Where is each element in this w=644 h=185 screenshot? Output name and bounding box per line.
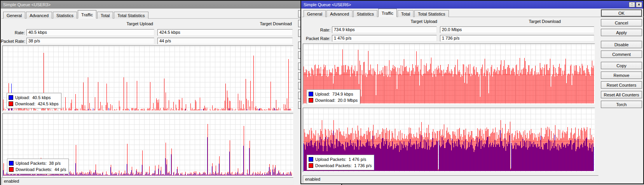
rate-upload-field[interactable]: 40.5 kbps: [26, 29, 154, 36]
packet-graph-legend: Upload Packets: 38 p/s Download Packets:…: [7, 159, 69, 174]
packet-graph: Upload Packets: 1 476 p/s Download Packe…: [303, 108, 595, 172]
legend-download-row: Download: 424.5 kbps: [9, 101, 59, 107]
legend-upload-row: Upload: 734.9 kbps: [309, 91, 358, 97]
apply-button[interactable]: Apply: [601, 29, 642, 36]
rate-download-field[interactable]: 424.5 kbps: [157, 29, 293, 36]
packet-graph-legend: Upload Packets: 1 476 p/s Download Packe…: [307, 155, 374, 170]
legend-upload-row: Upload: 40.5 kbps: [9, 94, 59, 101]
tab-traffic[interactable]: Traffic: [78, 10, 96, 19]
reset-all-counters-button[interactable]: Reset All Counters: [601, 91, 642, 98]
packet-rate-upload-field[interactable]: 1 476 p/s: [332, 35, 437, 42]
target-upload-label: Target Upload: [79, 21, 153, 26]
tab-general[interactable]: General: [3, 12, 25, 19]
rate-label: Rate:: [1, 30, 25, 35]
legend-download-row: Download: 20.0 Mbps: [309, 97, 358, 103]
target-download-label: Target Download: [215, 21, 292, 26]
status-text: enabled: [4, 179, 19, 183]
status-text: enabled: [305, 177, 320, 182]
titlebar[interactable]: Simple Queue <USER6> □ ✕: [301, 1, 643, 9]
target-upload-label: Target Upload: [363, 19, 437, 24]
titlebar[interactable]: Simple Queue <USER3>: [1, 1, 341, 9]
upload-color-swatch: [309, 92, 313, 96]
packet-rate-label: Packet Rate:: [1, 39, 25, 44]
tab-total[interactable]: Total: [398, 10, 414, 17]
packet-rate-upload-field[interactable]: 38 p/s: [26, 38, 154, 44]
upload-color-swatch: [309, 157, 313, 162]
download-color-swatch: [9, 101, 13, 106]
download-color-swatch: [309, 163, 313, 168]
target-download-label: Target Download: [487, 19, 561, 24]
tab-bar: General Advanced Statistics Traffic Tota…: [304, 9, 450, 17]
window-title: Simple Queue <USER3>: [3, 2, 51, 7]
download-color-swatch: [9, 167, 14, 172]
tab-advanced[interactable]: Advanced: [26, 12, 52, 19]
packet-rate-label: Packet Rate:: [301, 36, 330, 41]
tab-general[interactable]: General: [304, 10, 326, 17]
cancel-button[interactable]: Cancel: [601, 19, 642, 26]
tab-total[interactable]: Total: [97, 12, 113, 19]
upload-color-swatch: [9, 95, 13, 100]
rate-label: Rate:: [301, 28, 330, 32]
screen: Simple Queue <USER3> General Advanced St…: [0, 0, 644, 185]
window-simple-queue-user3: Simple Queue <USER3> General Advanced St…: [0, 0, 342, 185]
tab-statistics[interactable]: Statistics: [353, 10, 377, 17]
rate-graph: Upload: 40.5 kbps Download: 424.5 kbps: [2, 45, 293, 112]
packet-graph: Upload Packets: 38 p/s Download Packets:…: [2, 113, 293, 177]
tab-bar: General Advanced Statistics Traffic Tota…: [3, 10, 149, 19]
window-simple-queue-user6: Simple Queue <USER6> □ ✕ General Advance…: [300, 0, 644, 184]
maximize-button[interactable]: □: [629, 2, 635, 7]
close-button[interactable]: ✕: [636, 2, 642, 7]
legend-download-packets-row: Download Packets: 1 736 p/s: [309, 162, 372, 169]
copy-button[interactable]: Copy: [601, 62, 642, 69]
status-bar: enabled: [303, 175, 599, 183]
status-bar: enabled: [2, 177, 293, 185]
tab-statistics[interactable]: Statistics: [53, 12, 77, 19]
tab-total-statistics[interactable]: Total Statistics: [114, 12, 148, 19]
comment-button[interactable]: Comment: [601, 51, 642, 58]
legend-upload-packets-row: Upload Packets: 38 p/s: [9, 160, 66, 166]
ok-button[interactable]: OK: [601, 9, 642, 17]
window-title: Simple Queue <USER6>: [304, 2, 351, 7]
legend-download-packets-row: Download Packets: 44 p/s: [9, 166, 66, 173]
rate-graph-legend: Upload: 40.5 kbps Download: 424.5 kbps: [7, 93, 61, 108]
titlebar-buttons: □ ✕: [629, 2, 642, 7]
tab-advanced[interactable]: Advanced: [326, 10, 353, 17]
rate-graph: Upload: 734.9 kbps Download: 20.0 Mbps: [303, 44, 595, 105]
download-color-swatch: [309, 98, 313, 103]
legend-upload-packets-row: Upload Packets: 1 476 p/s: [309, 156, 372, 162]
upload-color-swatch: [9, 161, 14, 166]
packet-rate-download-field[interactable]: 44 p/s: [157, 38, 293, 44]
remove-button[interactable]: Remove: [601, 72, 642, 79]
disable-button[interactable]: Disable: [601, 41, 642, 48]
tab-total-statistics[interactable]: Total Statistics: [414, 10, 449, 17]
torch-button[interactable]: Torch: [601, 101, 642, 108]
rate-upload-field[interactable]: 734.9 kbps: [332, 26, 437, 33]
tab-traffic[interactable]: Traffic: [378, 9, 397, 17]
reset-counters-button[interactable]: Reset Counters: [601, 81, 642, 89]
rate-graph-legend: Upload: 734.9 kbps Download: 20.0 Mbps: [307, 89, 360, 105]
packet-rate-download-field[interactable]: 1 736 p/s: [440, 35, 594, 42]
rate-download-field[interactable]: 20.0 Mbps: [440, 26, 594, 33]
